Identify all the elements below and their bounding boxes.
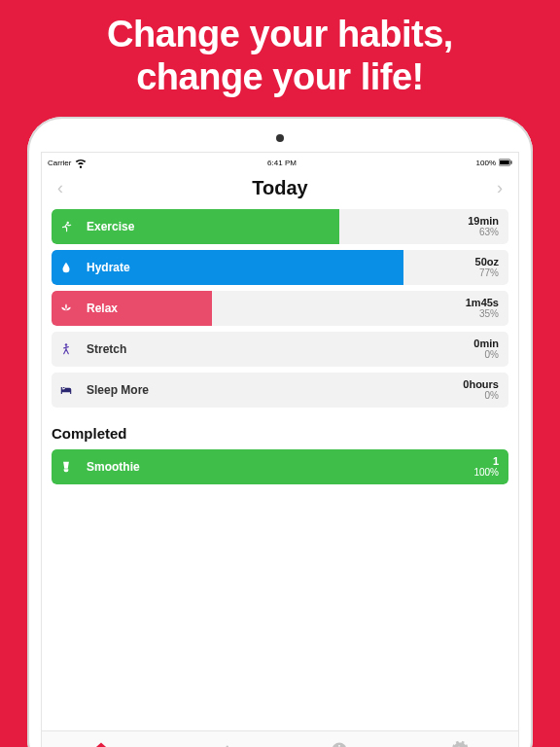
tab-settings[interactable] bbox=[449, 740, 469, 747]
habit-percent: 35% bbox=[466, 309, 499, 320]
svg-rect-2 bbox=[510, 160, 511, 163]
svg-rect-7 bbox=[338, 745, 340, 747]
lotus-icon bbox=[59, 302, 81, 315]
habit-label: Stretch bbox=[87, 342, 126, 356]
habits-list: Exercise19min63%Hydrate50oz77%Relax1m45s… bbox=[42, 209, 518, 408]
app-screen: Carrier 6:41 PM 100% ‹ Today › Exercise1… bbox=[41, 152, 519, 747]
battery-icon bbox=[499, 156, 512, 169]
habit-value: 1m45s bbox=[466, 297, 499, 308]
carrier-label: Carrier bbox=[48, 159, 71, 167]
habit-row-smoothie[interactable]: Smoothie1100% bbox=[52, 449, 508, 484]
habit-meta: 0hours0% bbox=[463, 378, 499, 401]
habit-meta: 1m45s35% bbox=[466, 297, 499, 319]
blender-icon bbox=[59, 460, 81, 474]
habit-percent: 100% bbox=[473, 468, 499, 479]
habit-value: 1 bbox=[473, 455, 499, 467]
tab-info[interactable] bbox=[330, 740, 349, 747]
completed-list: Smoothie1100% bbox=[42, 449, 518, 484]
habit-label: Exercise bbox=[87, 220, 134, 233]
stretch-icon bbox=[59, 342, 81, 356]
clock: 6:41 PM bbox=[267, 159, 297, 167]
habit-label: Sleep More bbox=[87, 383, 149, 397]
habit-percent: 77% bbox=[475, 268, 499, 279]
promo-headline: Change your habits, change your life! bbox=[0, 0, 560, 108]
habit-meta: 1100% bbox=[473, 455, 499, 478]
date-nav: ‹ Today › bbox=[42, 171, 518, 209]
bed-icon bbox=[59, 383, 81, 397]
drop-icon bbox=[59, 261, 81, 274]
prev-day-button[interactable]: ‹ bbox=[52, 178, 69, 198]
tab-home[interactable] bbox=[91, 740, 111, 747]
tab-bar bbox=[42, 730, 518, 747]
svg-point-3 bbox=[67, 222, 69, 224]
runner-icon bbox=[59, 220, 81, 233]
battery-label: 100% bbox=[476, 159, 496, 167]
promo-line1: Change your habits, bbox=[19, 14, 541, 56]
status-bar: Carrier 6:41 PM 100% bbox=[42, 153, 518, 171]
habit-meta: 19min63% bbox=[468, 215, 499, 237]
wifi-icon bbox=[74, 156, 88, 169]
device-camera bbox=[276, 134, 284, 142]
habit-row-exercise[interactable]: Exercise19min63% bbox=[52, 209, 508, 244]
device-frame: Carrier 6:41 PM 100% ‹ Today › Exercise1… bbox=[27, 117, 533, 747]
habit-percent: 63% bbox=[468, 228, 499, 238]
habit-row-sleepmore[interactable]: Sleep More0hours0% bbox=[52, 373, 508, 408]
habit-label: Relax bbox=[87, 302, 118, 315]
habit-percent: 0% bbox=[473, 350, 499, 361]
habit-value: 50oz bbox=[475, 256, 499, 267]
next-day-button[interactable]: › bbox=[491, 178, 508, 198]
habit-value: 0min bbox=[473, 338, 499, 349]
completed-heading: Completed bbox=[42, 413, 518, 449]
habit-value: 19min bbox=[468, 215, 499, 227]
habit-meta: 50oz77% bbox=[475, 256, 499, 278]
habit-row-relax[interactable]: Relax1m45s35% bbox=[52, 291, 508, 326]
page-title: Today bbox=[252, 177, 307, 199]
habit-percent: 0% bbox=[463, 391, 499, 402]
habit-label: Smoothie bbox=[87, 460, 140, 474]
promo-line2: change your life! bbox=[19, 56, 541, 99]
tab-trends[interactable] bbox=[211, 740, 230, 747]
habit-row-hydrate[interactable]: Hydrate50oz77% bbox=[52, 250, 508, 285]
habit-row-stretch[interactable]: Stretch0min0% bbox=[52, 332, 508, 367]
svg-rect-1 bbox=[500, 160, 509, 164]
habit-value: 0hours bbox=[463, 378, 499, 390]
habit-meta: 0min0% bbox=[473, 338, 499, 360]
habit-label: Hydrate bbox=[87, 261, 130, 274]
